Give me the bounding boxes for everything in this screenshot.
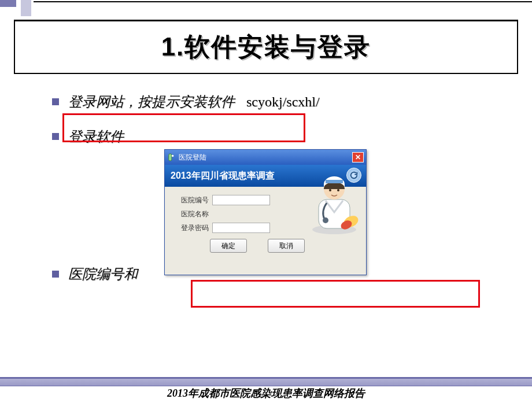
bullet-1-extra: scyokj/scxhl/: [246, 94, 320, 110]
slide: 1.软件安装与登录 登录网站，按提示安装软件 scyokj/scxhl/ 登录软…: [0, 0, 532, 399]
close-button[interactable]: ✕: [352, 152, 364, 162]
dialog-titlebar[interactable]: 医院登陆 ✕: [165, 150, 366, 165]
accent-square-2: [21, 0, 31, 16]
form-area: 医院编号 医院名称 登录密码 确定 取消: [165, 187, 366, 258]
hospital-id-input[interactable]: [212, 195, 270, 205]
svg-rect-5: [326, 180, 343, 183]
app-icon: [167, 153, 175, 161]
hospital-id-label: 医院编号: [175, 195, 209, 205]
hospital-name-field: [212, 209, 270, 219]
bullet-1: 登录网站，按提示安装软件 scyokj/scxhl/: [52, 93, 492, 111]
bullet-icon: [52, 271, 59, 278]
password-label: 登录密码: [175, 223, 209, 233]
cancel-button[interactable]: 取消: [268, 239, 305, 253]
ok-button[interactable]: 确定: [210, 239, 247, 253]
accent-bar: [34, 1, 532, 2]
page-title: 1.软件安装与登录: [161, 30, 371, 64]
svg-point-8: [323, 217, 328, 223]
svg-point-7: [337, 189, 339, 191]
title-box: 1.软件安装与登录: [14, 20, 518, 74]
close-icon: ✕: [355, 153, 361, 161]
footer-text: 2013年成都市医院感染现患率调查网络报告: [0, 386, 532, 399]
top-accent: [0, 0, 532, 7]
highlight-box-2: [191, 280, 480, 308]
svg-point-6: [329, 189, 331, 191]
password-input[interactable]: [212, 223, 270, 233]
svg-rect-0: [169, 154, 172, 161]
bullet-1-text: 登录网站，按提示安装软件: [68, 93, 235, 111]
button-row: 确定 取消: [210, 239, 358, 253]
banner-text: 2013年四川省现患率调查: [171, 170, 275, 182]
dialog-title: 医院登陆: [179, 153, 206, 162]
highlight-box-1: [62, 113, 305, 142]
bullet-icon: [52, 98, 59, 105]
bullet-3-text: 医院编号和: [68, 265, 138, 283]
footer-bar: [0, 377, 532, 386]
accent-square-1: [0, 0, 16, 7]
hospital-name-label: 医院名称: [175, 209, 209, 219]
svg-point-1: [172, 155, 174, 157]
login-dialog: 医院登陆 ✕ 2013年四川省现患率调查 医院编号 医院名称 登录密码: [164, 149, 367, 275]
bullet-icon: [52, 133, 59, 140]
doctor-avatar: [308, 172, 360, 235]
